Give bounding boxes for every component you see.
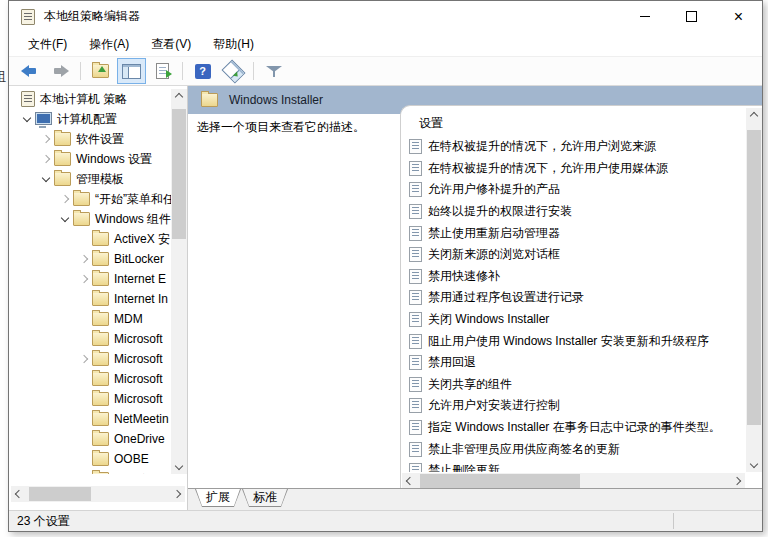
close-button[interactable]: × [715, 1, 762, 32]
minimize-button[interactable] [621, 1, 668, 32]
toolbar-separator [182, 62, 183, 80]
menu-help[interactable]: 帮助(H) [202, 32, 265, 56]
setting-row[interactable]: 禁用快速修补 [407, 266, 745, 288]
tab-standard-label: 标准 [243, 489, 287, 506]
setting-row[interactable]: 阻止用户使用 Windows Installer 安装更新和升级程序 [407, 330, 745, 352]
back-button[interactable] [15, 58, 44, 84]
tree-item[interactable]: MDM [9, 309, 171, 329]
tree-item[interactable]: OneDrive [9, 429, 171, 449]
forward-button[interactable] [46, 58, 75, 84]
show-console-tree-button[interactable] [117, 58, 146, 84]
settings-horizontal-scrollbar[interactable] [402, 473, 745, 489]
scrollbar-thumb[interactable] [747, 130, 761, 425]
menu-action[interactable]: 操作(A) [78, 32, 140, 56]
scroll-right-arrow[interactable] [169, 486, 185, 502]
title-bar[interactable]: 本地组策略编辑器 × [9, 1, 762, 32]
tree-item[interactable]: RSS 源 [9, 469, 171, 474]
setting-label: 关闭共享的组件 [428, 376, 512, 393]
scroll-down-arrow[interactable] [171, 458, 187, 474]
chevron-down-icon[interactable] [59, 214, 73, 224]
setting-row[interactable]: 关闭 Windows Installer [407, 309, 745, 331]
no-chevron [78, 234, 92, 244]
tree-item[interactable]: ActiveX 安 [9, 229, 171, 249]
menu-view[interactable]: 查看(V) [140, 32, 202, 56]
setting-row[interactable]: 禁止非管理员应用供应商签名的更新 [407, 438, 745, 460]
setting-row[interactable]: 禁用回退 [407, 352, 745, 374]
tree-item[interactable]: NetMeetin [9, 409, 171, 429]
tab-standard[interactable]: 标准 [242, 489, 288, 507]
window-title: 本地组策略编辑器 [44, 8, 140, 25]
setting-row[interactable]: 关闭共享的组件 [407, 374, 745, 396]
setting-row[interactable]: 指定 Windows Installer 在事务日志中记录的事件类型。 [407, 417, 745, 439]
tree-item[interactable]: 软件设置 [9, 129, 171, 149]
policy-setting-icon [409, 355, 422, 370]
no-chevron [78, 394, 92, 404]
folder-icon [92, 252, 109, 266]
filter-button[interactable] [259, 58, 288, 84]
tree-item-label: Microsoft [114, 372, 166, 386]
chevron-down-icon[interactable] [21, 114, 35, 124]
chevron-right-icon[interactable] [59, 194, 73, 204]
tree-item[interactable]: 本地计算机 策略 [9, 89, 171, 109]
tree-item[interactable]: Internet E [9, 269, 171, 289]
tree-item-label: 本地计算机 策略 [40, 91, 130, 108]
background-window-text: 阻 [0, 68, 8, 86]
policy-setting-icon [409, 377, 422, 392]
no-chevron [78, 294, 92, 304]
scrollbar-thumb[interactable] [172, 109, 186, 239]
tree-item[interactable]: “开始”菜单和任 [9, 189, 171, 209]
help-button[interactable] [188, 58, 217, 84]
chevron-right-icon[interactable] [78, 354, 92, 364]
chevron-right-icon[interactable] [40, 134, 54, 144]
chevron-right-icon[interactable] [78, 254, 92, 264]
setting-row[interactable]: 在特权被提升的情况下，允许用户使用媒体源 [407, 158, 745, 180]
scroll-up-arrow[interactable] [746, 108, 762, 124]
setting-row[interactable]: 允许用户对安装进行控制 [407, 395, 745, 417]
scroll-right-arrow[interactable] [729, 473, 745, 489]
tree-vertical-scrollbar[interactable] [171, 89, 187, 474]
tree-item[interactable]: Microsoft [9, 349, 171, 369]
setting-row[interactable]: 关闭新来源的浏览对话框 [407, 244, 745, 266]
settings-vertical-scrollbar[interactable] [746, 108, 762, 472]
setting-row[interactable]: 禁用通过程序包设置进行记录 [407, 287, 745, 309]
chevron-right-icon[interactable] [78, 274, 92, 284]
toolbar-separator [80, 62, 81, 80]
tree-item-label: “开始”菜单和任 [95, 191, 171, 208]
setting-row[interactable]: 禁止删除更新 [407, 460, 745, 472]
setting-row[interactable]: 始终以提升的权限进行安装 [407, 201, 745, 223]
tree-item[interactable]: 管理模板 [9, 169, 171, 189]
tree-item[interactable]: Microsoft [9, 329, 171, 349]
setting-row[interactable]: 允许用户修补提升的产品 [407, 179, 745, 201]
scroll-left-arrow[interactable] [402, 473, 418, 489]
scrollbar-thumb[interactable] [420, 474, 580, 488]
chevron-right-icon[interactable] [40, 154, 54, 164]
tree-item[interactable]: 计算机配置 [9, 109, 171, 129]
settings-column-header[interactable]: 设置 [419, 115, 443, 132]
tree-item[interactable]: Windows 设置 [9, 149, 171, 169]
scroll-down-arrow[interactable] [746, 456, 762, 472]
tab-extended[interactable]: 扩展 [195, 489, 241, 507]
tree-item[interactable]: Microsoft [9, 369, 171, 389]
scroll-left-arrow[interactable] [11, 486, 27, 502]
export-list-button[interactable] [148, 58, 177, 84]
no-chevron [78, 314, 92, 324]
tree-item[interactable]: Windows 组件 [9, 209, 171, 229]
scrollbar-thumb[interactable] [29, 487, 91, 501]
scroll-up-arrow[interactable] [171, 89, 187, 105]
maximize-button[interactable] [668, 1, 715, 32]
setting-row[interactable]: 在特权被提升的情况下，允许用户浏览来源 [407, 136, 745, 158]
tree-item[interactable]: OOBE [9, 449, 171, 469]
menu-file[interactable]: 文件(F) [17, 32, 78, 56]
setting-row[interactable]: 禁止使用重新启动管理器 [407, 222, 745, 244]
show-action-pane-button[interactable] [219, 58, 248, 84]
tree-item[interactable]: BitLocker [9, 249, 171, 269]
tree-item-label: 管理模板 [76, 171, 127, 188]
folder-icon [92, 272, 109, 286]
tree-item[interactable]: Microsoft [9, 389, 171, 409]
chevron-down-icon[interactable] [40, 174, 54, 184]
folder-icon [92, 312, 109, 326]
tree-horizontal-scrollbar[interactable] [11, 486, 185, 502]
up-one-level-button[interactable] [86, 58, 115, 84]
setting-label: 禁止使用重新启动管理器 [428, 225, 560, 242]
tree-item[interactable]: Internet In [9, 289, 171, 309]
